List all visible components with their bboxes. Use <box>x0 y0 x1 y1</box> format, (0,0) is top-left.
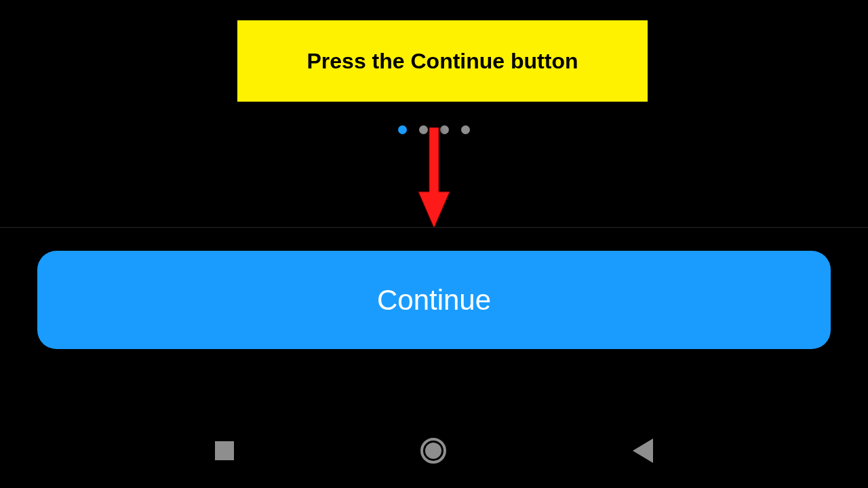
continue-button-label: Continue <box>377 284 491 317</box>
android-nav-bar <box>0 420 868 481</box>
divider-line <box>0 227 868 228</box>
home-icon[interactable] <box>420 438 446 464</box>
back-icon[interactable] <box>633 439 653 463</box>
instruction-banner: Press the Continue button <box>237 20 648 102</box>
annotation-arrow <box>417 127 451 229</box>
instruction-text: Press the Continue button <box>307 49 578 74</box>
page-dot-4[interactable] <box>461 125 470 134</box>
page-dot-1[interactable] <box>398 125 407 134</box>
arrow-down-icon <box>417 127 451 229</box>
recent-apps-icon[interactable] <box>215 441 234 460</box>
continue-button[interactable]: Continue <box>37 251 831 349</box>
